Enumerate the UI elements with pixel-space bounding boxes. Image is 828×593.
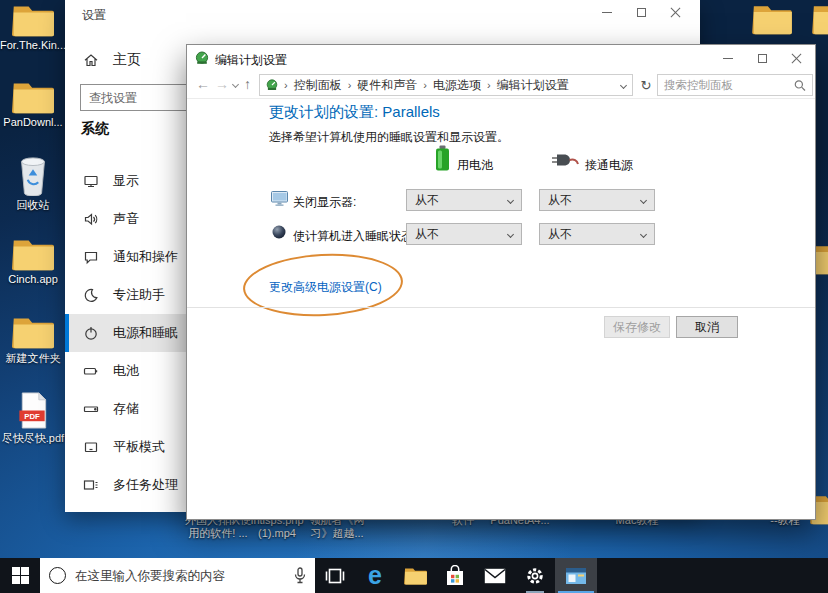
breadcrumb-item[interactable]: 控制面板	[294, 77, 342, 94]
maximize-button[interactable]	[624, 0, 658, 24]
save-changes-button[interactable]: 保存修改	[604, 316, 670, 338]
sidebar-item-label: 存储	[113, 400, 139, 418]
back-button[interactable]: ←	[196, 76, 210, 92]
pdf-file-icon: PDF	[18, 392, 48, 429]
folder-icon	[12, 2, 54, 37]
cancel-button[interactable]: 取消	[676, 316, 738, 338]
chevron-down-icon	[507, 196, 514, 203]
close-icon	[670, 7, 681, 18]
desktop-icon-folder[interactable]: 新建文件夹	[0, 314, 66, 366]
minimize-button[interactable]	[711, 46, 745, 70]
divider	[187, 307, 815, 308]
desktop-icon-outline	[694, 504, 724, 519]
folder-icon	[12, 79, 54, 114]
multitasking-icon	[83, 477, 99, 493]
maximize-icon	[637, 8, 646, 17]
windows-logo-icon	[12, 567, 29, 584]
display-off-icon	[271, 191, 288, 207]
on-battery-column-header: 用电池	[457, 157, 493, 174]
desktop-icon-pdf[interactable]: PDF 尽快尽快.pdf	[0, 392, 66, 446]
folder-icon	[12, 314, 54, 349]
page-title: 更改计划的设置: Parallels	[269, 103, 440, 122]
breadcrumb-item[interactable]: 硬件和声音	[357, 77, 417, 94]
power-plan-icon	[195, 51, 209, 65]
edit-plan-settings-dialog: 编辑计划设置 ← → ↑ › 控制面板 › 硬件和声音 › 电源选项 › 编辑计…	[186, 44, 816, 520]
desktop-icon-folder[interactable]	[812, 2, 828, 39]
control-panel-window-icon	[565, 567, 587, 585]
desktop-icon-folder[interactable]: Cinch.app	[0, 236, 66, 285]
dialog-title: 编辑计划设置	[215, 52, 287, 69]
edge-button[interactable]: e	[355, 558, 395, 593]
dialog-title-bar: 编辑计划设置	[187, 45, 815, 71]
chevron-down-icon	[640, 230, 647, 237]
settings-section-title: 系统	[81, 120, 109, 138]
maximize-button[interactable]	[745, 46, 779, 70]
sidebar-item-label: 电源和睡眠	[113, 324, 178, 342]
taskbar: e	[0, 558, 828, 593]
folder-icon	[752, 2, 792, 35]
power-plan-icon	[266, 79, 278, 91]
folder-icon	[12, 236, 54, 271]
sleep-battery-dropdown[interactable]: 从不	[406, 223, 522, 245]
control-panel-search-box[interactable]	[657, 74, 813, 96]
minimize-icon	[723, 58, 733, 59]
sleep-plugged-dropdown[interactable]: 从不	[539, 223, 655, 245]
dialog-window-controls	[711, 46, 813, 70]
mail-button[interactable]	[475, 558, 515, 593]
display-icon	[83, 173, 99, 189]
address-bar: ← → ↑ › 控制面板 › 硬件和声音 › 电源选项 › 编辑计划设置 ↻	[187, 71, 815, 99]
on-battery-icon	[435, 145, 450, 171]
file-explorer-button[interactable]	[395, 558, 435, 593]
home-icon	[83, 52, 99, 68]
power-options-taskbar-button[interactable]	[555, 558, 597, 593]
sidebar-item-home[interactable]: 主页	[83, 51, 141, 69]
breadcrumb[interactable]: › 控制面板 › 硬件和声音 › 电源选项 › 编辑计划设置	[259, 74, 633, 96]
recent-pages-chevron[interactable]	[232, 81, 239, 88]
desktop-icon-folder[interactable]: PanDownl...	[0, 79, 66, 128]
maximize-icon	[758, 54, 767, 63]
desktop-icon-label: For.The.Kin...	[0, 39, 66, 51]
svg-text:PDF: PDF	[24, 412, 40, 421]
breadcrumb-item[interactable]: 编辑计划设置	[497, 77, 569, 94]
desktop-icon-folder[interactable]: For.The.Kin...	[0, 2, 66, 51]
desktop-icon-label: 新建文件夹	[6, 351, 61, 366]
battery-icon	[83, 363, 99, 379]
display-off-battery-dropdown[interactable]: 从不	[406, 189, 522, 211]
store-button[interactable]	[435, 558, 475, 593]
row-label-sleep: 使计算机进入睡眠状态:	[293, 228, 416, 245]
breadcrumb-dropdown-chevron[interactable]	[620, 81, 627, 88]
settings-window-controls	[590, 0, 692, 24]
taskbar-search-box[interactable]	[40, 558, 315, 593]
control-panel-search-input[interactable]	[664, 79, 794, 91]
close-button[interactable]	[658, 0, 692, 24]
desktop-icon-folder[interactable]	[752, 2, 792, 39]
minimize-button[interactable]	[590, 0, 624, 24]
sound-icon	[83, 211, 99, 227]
taskbar-search-input[interactable]	[75, 569, 285, 583]
advanced-power-settings-link[interactable]: 更改高级电源设置(C)	[269, 279, 382, 296]
sidebar-item-label: 多任务处理	[113, 476, 178, 494]
start-button[interactable]	[0, 558, 40, 593]
refresh-button[interactable]: ↻	[637, 74, 655, 96]
close-button[interactable]	[779, 46, 813, 70]
task-view-button[interactable]	[315, 558, 355, 593]
moon-icon	[83, 287, 99, 303]
sidebar-item-label: 显示	[113, 172, 139, 190]
edge-icon: e	[368, 563, 382, 588]
sidebar-item-label: 声音	[113, 210, 139, 228]
task-view-icon	[325, 568, 345, 584]
forward-button[interactable]: →	[215, 76, 229, 92]
settings-window-title: 设置	[82, 7, 106, 24]
close-icon	[791, 53, 802, 64]
settings-taskbar-button[interactable]	[515, 558, 555, 593]
sidebar-item-label: 专注助手	[113, 286, 165, 304]
sidebar-item-label: 通知和操作	[113, 248, 178, 266]
power-icon	[83, 325, 99, 341]
up-button[interactable]: ↑	[244, 76, 251, 92]
breadcrumb-item[interactable]: 电源选项	[433, 77, 481, 94]
search-icon	[794, 79, 806, 92]
microphone-icon[interactable]	[294, 567, 306, 584]
display-off-plugged-dropdown[interactable]: 从不	[539, 189, 655, 211]
notifications-icon	[83, 249, 99, 265]
desktop-icon-recycle-bin[interactable]: 回收站	[0, 156, 66, 213]
